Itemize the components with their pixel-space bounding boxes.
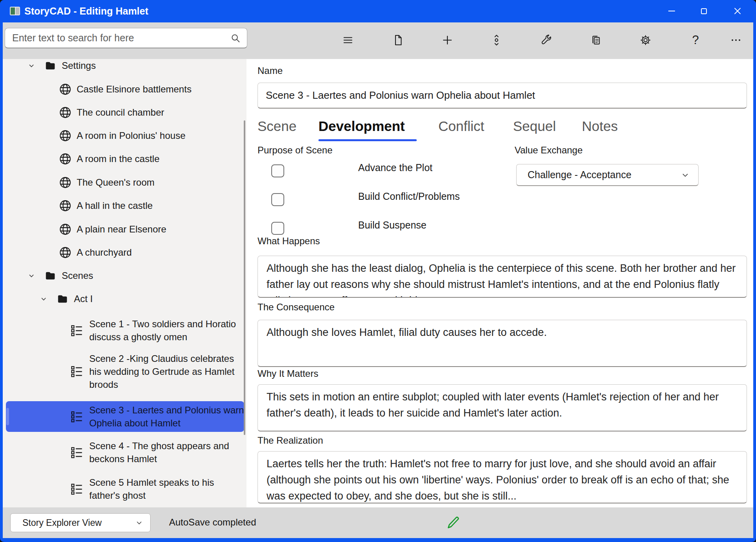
- chevron-down-icon: [135, 519, 143, 527]
- chevron-down-icon: [681, 171, 690, 179]
- view-selector-dropdown[interactable]: Story Explorer View: [10, 513, 151, 532]
- tab-conflict[interactable]: Conflict: [438, 118, 484, 134]
- move-position-icon: [490, 33, 503, 47]
- globe-icon: [59, 199, 72, 212]
- chevron-down-icon[interactable]: [39, 295, 48, 303]
- tree-item-label: A room in Polonius' house: [77, 130, 186, 141]
- tree-item-setting[interactable]: A room in the castle: [3, 147, 246, 170]
- new-document-button[interactable]: [388, 31, 407, 50]
- scene-list-icon: [70, 482, 84, 496]
- tree-item-label: Scene 3 - Laertes and Polonius warn Ophe…: [89, 404, 244, 430]
- tree-item-scene-2[interactable]: Scene 2 -King Claudius celebrates his we…: [3, 349, 246, 393]
- maximize-button[interactable]: [694, 4, 714, 18]
- document-icon: [391, 33, 405, 47]
- tree-item-setting[interactable]: A churchyard: [3, 241, 246, 264]
- folder-icon: [44, 270, 56, 282]
- tab-notes[interactable]: Notes: [582, 118, 618, 134]
- tree-item-setting[interactable]: A room in Polonius' house: [3, 124, 246, 147]
- tree-item-label: A hall in the castle: [77, 200, 153, 211]
- scene-list-icon: [70, 445, 84, 459]
- autosave-status: AutoSave completed: [169, 517, 256, 528]
- checkbox-build-conflict-problems[interactable]: [271, 193, 284, 206]
- globe-icon: [59, 129, 72, 142]
- the-realization-textarea[interactable]: Laertes tells her the truth: Hamlet's no…: [258, 451, 747, 503]
- plus-icon: [441, 33, 454, 47]
- tree-item-scene-5[interactable]: Scene 5 Hamlet speaks to his father's gh…: [3, 473, 246, 505]
- name-field-wrap: [258, 83, 747, 109]
- tree-item-settings[interactable]: Settings: [3, 54, 246, 77]
- close-button[interactable]: [728, 4, 747, 18]
- tree-item-label: A churchyard: [77, 247, 132, 258]
- copy-button[interactable]: [587, 31, 605, 50]
- edit-pencil-icon[interactable]: [443, 514, 460, 531]
- globe-icon: [59, 152, 72, 166]
- globe-icon: [59, 246, 72, 259]
- status-bar: Story Explorer View AutoSave completed: [3, 507, 753, 538]
- search-input[interactable]: [5, 28, 247, 48]
- add-button[interactable]: [438, 31, 457, 50]
- tree-item-setting[interactable]: Castle Elsinore battlements: [3, 78, 246, 101]
- scene-list-icon: [70, 364, 84, 378]
- toolbar: ?: [3, 22, 753, 59]
- navigation-tree: Settings Castle Elsinore battlements The…: [3, 59, 246, 507]
- tree-item-scenes[interactable]: Scenes: [3, 264, 246, 287]
- tab-sequel[interactable]: Sequel: [513, 118, 556, 134]
- settings-button[interactable]: [636, 31, 655, 50]
- purpose-of-scene-label: Purpose of Scene: [258, 145, 333, 156]
- value-exchange-dropdown[interactable]: Challenge - Acceptance: [516, 164, 699, 186]
- more-button[interactable]: [727, 31, 745, 50]
- globe-icon: [59, 83, 72, 96]
- tree-item-act-1[interactable]: Act I: [3, 288, 246, 310]
- tab-scene[interactable]: Scene: [258, 118, 296, 134]
- tree-item-setting[interactable]: The council chamber: [3, 101, 246, 124]
- ellipsis-icon: [729, 33, 743, 47]
- wrench-icon: [540, 33, 553, 47]
- why-it-matters-textarea[interactable]: This sets in motion an entire subplot; c…: [258, 384, 747, 431]
- tree-item-setting[interactable]: A hall in the castle: [3, 194, 246, 217]
- menu-button[interactable]: [338, 31, 357, 50]
- hamburger-menu-icon: [341, 33, 355, 47]
- tree-item-scene-4[interactable]: Scene 4 - The ghost appears and beckons …: [3, 436, 246, 468]
- name-input[interactable]: [258, 83, 747, 108]
- globe-icon: [59, 106, 72, 119]
- gear-icon: [639, 33, 652, 47]
- view-selector-value: Story Explorer View: [22, 518, 135, 528]
- minimize-button[interactable]: [662, 4, 681, 18]
- what-happens-textarea[interactable]: Although she has the least dialog, Ophel…: [258, 256, 747, 298]
- tab-development[interactable]: Development: [318, 118, 405, 134]
- active-tab-underline: [318, 139, 417, 141]
- scene-list-icon: [70, 409, 84, 424]
- the-consequence-textarea[interactable]: Although she loves Hamlet, filial duty c…: [258, 320, 747, 367]
- tree-item-label: Scene 2 -King Claudius celebrates his we…: [89, 352, 246, 391]
- value-exchange-value: Challenge - Acceptance: [528, 169, 681, 181]
- checkbox-advance-the-plot[interactable]: [271, 164, 284, 177]
- chevron-down-icon[interactable]: [27, 61, 36, 70]
- tree-item-label: Castle Elsinore battlements: [77, 84, 191, 95]
- tree-item-label: Scene 4 - The ghost appears and beckons …: [89, 439, 246, 465]
- tools-button[interactable]: [537, 31, 556, 50]
- selection-indicator: [6, 408, 9, 425]
- what-happens-label: What Happens: [258, 236, 320, 247]
- folder-icon: [57, 293, 68, 305]
- move-button[interactable]: [487, 31, 506, 50]
- checkbox-build-suspense[interactable]: [271, 222, 284, 235]
- the-realization-label: The Realization: [258, 435, 323, 446]
- chevron-down-icon[interactable]: [27, 271, 36, 280]
- globe-icon: [59, 176, 72, 189]
- why-it-matters-label: Why It Matters: [258, 368, 318, 379]
- tree-item-label: The Queen's room: [77, 177, 155, 188]
- checkbox-label: Build Conflict/Problems: [358, 191, 460, 202]
- tree-item-label: The council chamber: [77, 107, 164, 118]
- search-icon[interactable]: [230, 32, 242, 45]
- sidebar-scrollbar[interactable]: [244, 120, 245, 435]
- tree-item-label: A room in the castle: [77, 153, 160, 164]
- value-exchange-label: Value Exchange: [515, 145, 583, 156]
- tree-item-scene-3-selected[interactable]: Scene 3 - Laertes and Polonius warn Ophe…: [6, 401, 244, 432]
- tree-item-setting[interactable]: The Queen's room: [3, 171, 246, 194]
- tree-item-scene-1[interactable]: Scene 1 - Two soldiers and Horatio discu…: [3, 315, 246, 346]
- tree-item-label: Scene 1 - Two soldiers and Horatio discu…: [89, 317, 246, 343]
- tree-item-label: Settings: [62, 60, 96, 71]
- tree-item-setting[interactable]: A plain near Elsenore: [3, 218, 246, 241]
- help-button[interactable]: ?: [686, 31, 705, 50]
- tree-item-label: Scene 5 Hamlet speaks to his father's gh…: [89, 476, 246, 502]
